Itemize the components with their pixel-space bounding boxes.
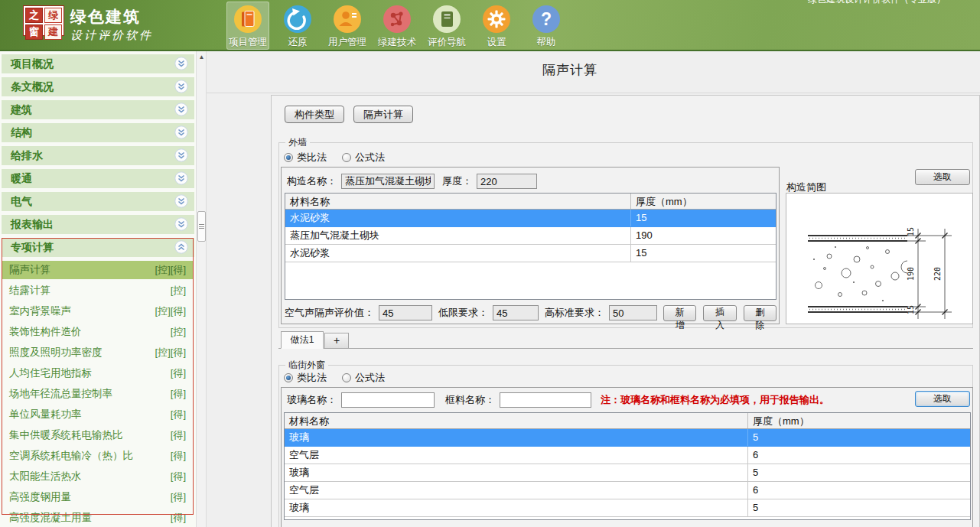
chevron-down-icon[interactable] xyxy=(174,171,188,185)
table-row[interactable]: 蒸压加气混凝土砌块 190 xyxy=(285,227,776,245)
wall-material-table: 材料名称 厚度（mm） 水泥砂浆 15 蒸压加气混凝土砌块 190 水泥砂浆 1… xyxy=(285,193,777,300)
required-fields-note: 注：玻璃名称和框料名称为必填项，用于报告输出。 xyxy=(601,393,829,407)
sidebar-section-plumbing[interactable]: 给排水 xyxy=(2,146,194,165)
sidebar-item-cooling-ratio[interactable]: 空调系统耗电输冷（热）比 [得] xyxy=(2,447,194,465)
sidebar-item-high-strength-steel[interactable]: 高强度钢用量 [得] xyxy=(2,488,194,506)
sidebar-item-unit-air-power[interactable]: 单位风量耗功率 [得] xyxy=(2,405,194,424)
book-icon xyxy=(233,5,262,34)
section-label: 项目概况 xyxy=(11,57,54,70)
sidebar-section-architecture[interactable]: 建筑 xyxy=(2,100,194,119)
window-method-radios: 类比法 公式法 xyxy=(284,371,385,385)
toolbar-item-settings[interactable]: 设置 xyxy=(475,2,518,50)
sidebar-item-runoff-control[interactable]: 场地年径流总量控制率 [得] xyxy=(2,385,194,403)
section-label: 报表输出 xyxy=(11,218,54,230)
chevron-down-icon[interactable] xyxy=(174,125,188,139)
gear-icon xyxy=(482,5,511,34)
scroll-up-arrow-icon[interactable]: ▲ xyxy=(197,53,206,62)
scrollbar-thumb[interactable] xyxy=(197,211,206,242)
item-tags: [控][得] xyxy=(155,304,186,318)
sidebar-section-electrical[interactable]: 电气 xyxy=(2,192,194,211)
sidebar-item-land-per-capita[interactable]: 人均住宅用地指标 [得] xyxy=(2,364,194,382)
window-select-button[interactable]: 选取 xyxy=(915,391,970,407)
sidebar-section-report-output[interactable]: 报表输出 xyxy=(2,215,194,234)
table-row[interactable]: 玻璃 5 xyxy=(285,429,970,447)
radio-selected-icon[interactable] xyxy=(284,373,293,382)
chevron-down-icon[interactable] xyxy=(174,57,188,70)
glass-name-input[interactable] xyxy=(341,392,435,408)
item-tags: [得] xyxy=(171,449,186,463)
radio-unselected-icon[interactable] xyxy=(342,153,351,162)
sidebar-item-decorative-cost[interactable]: 装饰性构件造价 [控] xyxy=(2,323,194,341)
sidebar-item-sound-insulation[interactable]: 隔声计算 [控][得] xyxy=(2,261,194,279)
sidebar-scrollbar[interactable]: ▲ xyxy=(196,51,207,527)
sidebar-item-high-strength-concrete[interactable]: 高强度混凝土用量 [得] xyxy=(2,509,194,527)
toolbar-item-green-tech[interactable]: 绿建技术 xyxy=(376,2,418,50)
low-limit-input[interactable] xyxy=(493,305,539,320)
cell-thickness: 15 xyxy=(631,245,776,262)
airborne-sound-label: 空气声隔声评价值： xyxy=(285,306,374,320)
toolbar-item-user-manage[interactable]: 用户管理 xyxy=(326,2,369,50)
table-row[interactable]: 玻璃 5 xyxy=(285,499,970,517)
cell-material: 玻璃 xyxy=(285,499,748,516)
item-tags: [得] xyxy=(171,428,186,442)
chevron-down-icon[interactable] xyxy=(174,217,188,231)
sidebar-item-heating-ratio[interactable]: 集中供暖系统耗电输热比 [得] xyxy=(2,426,194,444)
chevron-down-icon[interactable] xyxy=(174,102,188,116)
table-row[interactable]: 水泥砂浆 15 xyxy=(285,245,776,262)
delete-row-button[interactable]: 删除 xyxy=(744,305,777,321)
high-standard-input[interactable] xyxy=(609,305,657,320)
item-tags: [控] xyxy=(171,284,186,298)
airborne-sound-input[interactable] xyxy=(379,305,432,320)
construction-name-input[interactable] xyxy=(341,174,435,189)
sidebar-item-condensation-calc[interactable]: 结露计算 [控] xyxy=(2,281,194,300)
radio-analogy-method[interactable]: 类比法 xyxy=(284,151,327,164)
section-label: 结构 xyxy=(11,126,32,138)
sidebar-item-solar-hot-water[interactable]: 太阳能生活热水 [得] xyxy=(2,467,194,486)
chevron-down-icon[interactable] xyxy=(174,194,188,208)
item-tags: [控][得] xyxy=(155,263,186,277)
sidebar-section-hvac[interactable]: 暖通 xyxy=(2,169,194,188)
wall-name-row: 构造名称： 厚度： xyxy=(287,174,537,189)
toolbar-item-restore[interactable]: 还原 xyxy=(276,2,319,50)
low-limit-label: 低限要求： xyxy=(438,306,488,320)
sidebar-section-project-overview[interactable]: 项目概况 xyxy=(2,54,194,73)
high-standard-label: 高标准要求： xyxy=(545,306,604,320)
add-row-button[interactable]: 新增 xyxy=(663,305,696,321)
component-type-button[interactable]: 构件类型 xyxy=(285,106,344,123)
thickness-input[interactable] xyxy=(477,174,537,189)
wall-select-button[interactable]: 选取 xyxy=(915,169,970,185)
section-label: 专项计算 xyxy=(11,241,54,253)
method-tab-1[interactable]: 做法1 xyxy=(281,331,324,349)
sidebar-section-clause-overview[interactable]: 条文概况 xyxy=(2,77,194,96)
sidebar: 项目概况 条文概况 建筑 结构 给排水 暖通 电气 报表输出 xyxy=(0,51,196,527)
radio-analogy-method[interactable]: 类比法 xyxy=(284,371,327,385)
radio-formula-method[interactable]: 公式法 xyxy=(342,151,385,164)
chevron-up-icon[interactable] xyxy=(174,240,188,254)
radio-formula-method[interactable]: 公式法 xyxy=(342,371,385,385)
add-method-tab-button[interactable]: + xyxy=(324,333,349,349)
molecule-icon xyxy=(383,5,412,34)
sidebar-item-indoor-noise[interactable]: 室内背景噪声 [控][得] xyxy=(2,302,194,320)
item-label: 照度及照明功率密度 xyxy=(9,346,103,359)
toolbar-item-eval-nav[interactable]: 评价导航 xyxy=(425,2,468,50)
radio-unselected-icon[interactable] xyxy=(342,373,351,382)
toolbar-item-help[interactable]: ? 帮助 xyxy=(525,2,568,50)
table-row[interactable]: 空气层 6 xyxy=(285,482,970,499)
sidebar-section-special-calc[interactable]: 专项计算 xyxy=(2,238,194,257)
sound-calc-button[interactable]: 隔声计算 xyxy=(353,106,413,123)
table-row[interactable]: 水泥砂浆 15 xyxy=(285,210,776,227)
frame-name-input[interactable] xyxy=(500,392,591,408)
radio-selected-icon[interactable] xyxy=(284,153,293,162)
sidebar-section-structure[interactable]: 结构 xyxy=(2,123,194,142)
sidebar-item-lighting-density[interactable]: 照度及照明功率密度 [控][得] xyxy=(2,343,194,362)
header-divider xyxy=(207,93,980,93)
chevron-down-icon[interactable] xyxy=(174,148,188,162)
table-row[interactable]: 玻璃 5 xyxy=(285,464,970,482)
toolbar-item-project-manage[interactable]: 项目管理 xyxy=(226,2,269,50)
insert-row-button[interactable]: 插入 xyxy=(703,305,736,321)
table-row[interactable]: 空气层 6 xyxy=(285,447,970,464)
item-tags: [得] xyxy=(171,470,186,483)
construction-diagram: 15 190 15 220 xyxy=(786,193,973,324)
cell-material: 玻璃 xyxy=(285,464,748,481)
chevron-down-icon[interactable] xyxy=(174,80,188,93)
